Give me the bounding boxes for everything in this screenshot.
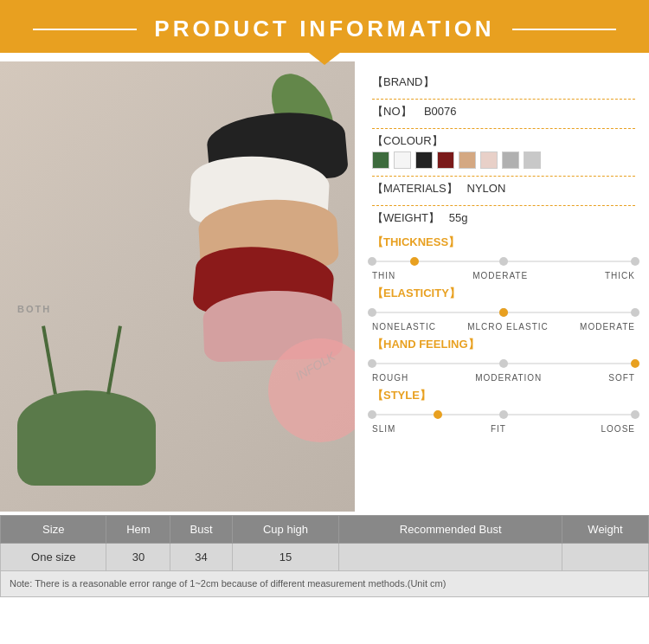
product-info-area: 【BRAND】 【NO】 B0076 【COLOUR】 xyxy=(355,61,649,512)
swatch-lightgray xyxy=(524,151,541,169)
thickness-labels: THIN MODERATE THICK xyxy=(372,271,635,280)
hand-feeling-dot-mid xyxy=(499,359,508,368)
style-dot-left xyxy=(368,410,376,419)
brand-row: 【BRAND】 xyxy=(372,74,635,92)
swatch-white xyxy=(394,151,411,169)
style-labels: SLIM FIT LOOSE xyxy=(372,424,635,434)
swatch-green xyxy=(372,151,389,169)
thickness-dot-active xyxy=(410,257,419,266)
elasticity-label: 【ELASTICITY】 xyxy=(372,286,635,301)
elasticity-labels: NONELASTIC MLCRO ELASTIC MODERATE xyxy=(372,322,635,332)
col-weight: Weight xyxy=(562,516,648,544)
color-swatches xyxy=(372,151,635,169)
thickness-section: 【THICKNESS】 THIN MODERATE THICK xyxy=(372,235,635,280)
no-value: B0076 xyxy=(424,105,457,118)
divider-3 xyxy=(372,176,635,177)
colour-label: 【COLOUR】 xyxy=(372,134,443,147)
hand-feeling-dot-active xyxy=(631,359,639,368)
elasticity-dot-active xyxy=(499,308,508,317)
weight-row: 【WEIGHT】 55g xyxy=(372,209,635,228)
style-label-fit: FIT xyxy=(491,424,506,434)
product-info-header: PRODUCT INFORMATION xyxy=(0,0,649,53)
elasticity-label-micro: MLCRO ELASTIC xyxy=(467,322,549,332)
thickness-dot-mid xyxy=(499,257,508,266)
swatch-gray xyxy=(502,151,519,169)
bra-green-main xyxy=(17,390,156,486)
note-row: Note: There is a reasonable error range … xyxy=(1,571,649,597)
col-hem: Hem xyxy=(106,516,170,544)
swatch-beige xyxy=(459,151,476,169)
thickness-track xyxy=(372,254,635,269)
table-header-row: Size Hem Bust Cup high Recommended Bust … xyxy=(1,516,649,544)
style-dot-active xyxy=(434,410,442,419)
hand-feeling-label: 【HAND FEELING】 xyxy=(372,337,635,352)
style-label: 【STYLE】 xyxy=(372,388,635,403)
header-arrow-decoration xyxy=(309,53,340,65)
elasticity-track xyxy=(372,305,635,320)
thickness-dot-right xyxy=(631,257,639,266)
weight-value: 55g xyxy=(449,211,468,224)
thickness-label-thin: THIN xyxy=(372,271,395,280)
hand-feeling-label-soft: SOFT xyxy=(608,373,635,383)
hand-feeling-label-rough: ROUGH xyxy=(372,373,408,383)
style-dot-right xyxy=(631,410,639,419)
elasticity-label-moderate: MODERATE xyxy=(580,322,635,332)
divider-2 xyxy=(372,128,635,129)
cell-hem: 30 xyxy=(106,544,170,571)
elasticity-dot-right xyxy=(631,308,639,317)
elasticity-dot-left xyxy=(368,308,376,317)
col-bust: Bust xyxy=(170,516,232,544)
thickness-label-moderate: MODERATE xyxy=(472,271,528,280)
col-recommended-bust: Recommended Bust xyxy=(339,516,562,544)
brand-label: 【BRAND】 xyxy=(372,75,434,88)
hand-feeling-section: 【HAND FEELING】 ROUGH MODERATION SOFT xyxy=(372,337,635,383)
col-size: Size xyxy=(1,516,106,544)
cell-cup-high: 15 xyxy=(232,544,339,571)
divider-1 xyxy=(372,99,635,100)
cell-size: One size xyxy=(1,544,106,571)
materials-label: 【MATERIALS】 xyxy=(372,182,458,195)
materials-value: NYLON xyxy=(467,182,506,195)
size-table: Size Hem Bust Cup high Recommended Bust … xyxy=(0,515,649,597)
thickness-dot-left xyxy=(368,257,376,266)
main-content: BOTH INFOLK 【BRAND】 【NO】 B0076 【COLOUR】 xyxy=(0,53,649,512)
elasticity-label-none: NONELASTIC xyxy=(372,322,436,332)
materials-row: 【MATERIALS】 NYLON xyxy=(372,180,635,198)
swatch-lightpink xyxy=(480,151,498,169)
style-section: 【STYLE】 SLIM FIT LOOSE xyxy=(372,388,635,434)
elasticity-section: 【ELASTICITY】 NONELASTIC MLCRO ELASTIC MO… xyxy=(372,286,635,332)
hand-feeling-labels: ROUGH MODERATION SOFT xyxy=(372,373,635,383)
style-dot-mid xyxy=(499,410,508,419)
hand-feeling-label-moderation: MODERATION xyxy=(475,373,542,383)
cell-bust: 34 xyxy=(170,544,232,571)
style-track xyxy=(372,407,635,422)
style-label-slim: SLIM xyxy=(372,424,395,434)
no-label: 【NO】 xyxy=(372,105,412,118)
weight-label: 【WEIGHT】 xyxy=(372,211,440,224)
swatch-black xyxy=(415,151,433,169)
thickness-label: 【THICKNESS】 xyxy=(372,235,635,250)
product-image-area: BOTH INFOLK xyxy=(0,61,355,512)
style-label-loose: LOOSE xyxy=(601,424,635,434)
hand-feeling-dot-left xyxy=(368,359,376,368)
colour-row: 【COLOUR】 xyxy=(372,132,635,170)
divider-4 xyxy=(372,205,635,206)
thickness-label-thick: THICK xyxy=(605,271,635,280)
image-placeholder: BOTH INFOLK xyxy=(0,61,355,512)
cell-weight xyxy=(562,544,648,571)
col-cup-high: Cup high xyxy=(232,516,339,544)
note-text: Note: There is a reasonable error range … xyxy=(1,571,649,597)
table-section: Size Hem Bust Cup high Recommended Bust … xyxy=(0,515,649,597)
cell-recommended-bust xyxy=(339,544,562,571)
swatch-darkred xyxy=(437,151,454,169)
label-both: BOTH xyxy=(17,304,51,314)
table-row: One size 30 34 15 xyxy=(1,544,649,571)
hand-feeling-track xyxy=(372,356,635,371)
no-row: 【NO】 B0076 xyxy=(372,103,635,121)
header-title: PRODUCT INFORMATION xyxy=(154,16,494,42)
